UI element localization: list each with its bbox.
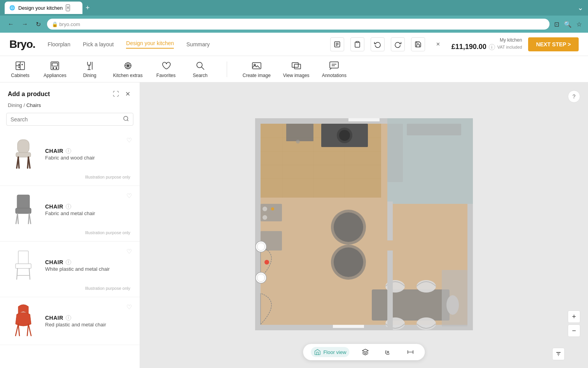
vat-label: VAT included bbox=[497, 45, 522, 49]
product-content-chair-2: CHAIR i Fabric and metal chair bbox=[8, 192, 132, 227]
product-item-chair-4[interactable]: ♡ bbox=[0, 297, 140, 345]
new-tab-button[interactable]: + bbox=[86, 4, 90, 12]
product-name-chair-1: CHAIR bbox=[45, 148, 63, 154]
svg-point-10 bbox=[22, 64, 23, 65]
svg-line-52 bbox=[27, 324, 28, 336]
toolbar-kitchen-extras-label: Kitchen extras bbox=[113, 73, 143, 78]
svg-line-22 bbox=[201, 67, 204, 70]
back-button[interactable]: ← bbox=[6, 19, 16, 29]
svg-rect-27 bbox=[330, 62, 338, 68]
svg-point-101 bbox=[387, 351, 389, 353]
toolbar-create-image[interactable]: Create image bbox=[243, 60, 271, 78]
nav-design-kitchen[interactable]: Design your kitchen bbox=[126, 40, 174, 49]
info-icon-chair-1[interactable]: i bbox=[66, 148, 71, 154]
favorite-button-chair-2[interactable]: ♡ bbox=[126, 192, 132, 200]
toolbar-favorites-label: Favorites bbox=[156, 73, 175, 78]
translate-icon[interactable]: ⊡ bbox=[554, 21, 559, 28]
filter-button[interactable] bbox=[552, 348, 565, 360]
nav-floorplan[interactable]: Floorplan bbox=[48, 41, 70, 47]
product-item-chair-3[interactable]: ♡ bbox=[0, 242, 140, 297]
product-content-chair-4: CHAIR i Red plastic and metal chair bbox=[8, 303, 132, 338]
save-button[interactable] bbox=[411, 37, 425, 51]
svg-point-81 bbox=[334, 247, 363, 277]
nav-pick-layout[interactable]: Pick a layout bbox=[83, 41, 114, 47]
forward-button[interactable]: → bbox=[20, 19, 30, 29]
toolbar-divider bbox=[227, 61, 227, 77]
redo-button[interactable] bbox=[391, 37, 405, 51]
svg-point-9 bbox=[19, 67, 19, 68]
close-sidebar-button[interactable]: ✕ bbox=[124, 89, 132, 99]
toolbar-view-images-label: View images bbox=[283, 73, 310, 78]
svg-rect-45 bbox=[16, 264, 31, 268]
favorite-button-chair-3[interactable]: ♡ bbox=[126, 248, 132, 255]
svg-point-30 bbox=[124, 116, 128, 121]
next-step-button[interactable]: NEXT STEP > bbox=[528, 37, 579, 51]
toolbar-view-images[interactable]: View images bbox=[283, 60, 310, 78]
info-icon-chair-4[interactable]: i bbox=[66, 315, 71, 321]
app-header: Bryo. Floorplan Pick a layout Design you… bbox=[0, 33, 588, 56]
address-bar: ← → ↻ 🔒 bryo.com ⊡ 🔍 ☆ bbox=[0, 16, 588, 33]
browser-expand-icon[interactable]: ⌄ bbox=[578, 4, 583, 12]
render-view-button[interactable] bbox=[382, 347, 395, 357]
svg-line-37 bbox=[28, 157, 28, 168]
product-item-chair-1[interactable]: ♡ bbox=[0, 130, 140, 186]
product-item-chair-2[interactable]: ♡ bbox=[0, 186, 140, 242]
svg-line-49 bbox=[16, 324, 18, 336]
search-input[interactable] bbox=[10, 116, 123, 123]
measure-button[interactable] bbox=[404, 347, 417, 357]
price-section: My kitchen £11,190.00 i VAT included bbox=[452, 37, 522, 51]
svg-rect-92 bbox=[387, 251, 393, 330]
product-image-chair-4 bbox=[8, 303, 39, 338]
favorite-button-chair-1[interactable]: ♡ bbox=[126, 137, 132, 144]
svg-rect-59 bbox=[348, 118, 380, 121]
toolbar-annotations-label: Annotations bbox=[322, 73, 346, 78]
bottom-toolbar: Floor view bbox=[303, 344, 425, 360]
svg-rect-39 bbox=[16, 208, 31, 214]
zoom-icon[interactable]: 🔍 bbox=[564, 21, 572, 28]
floor-view-button[interactable]: Floor view bbox=[311, 347, 349, 357]
toolbar-kitchen-extras[interactable]: Kitchen extras bbox=[113, 60, 143, 78]
zoom-in-button[interactable]: + bbox=[568, 310, 580, 323]
info-icon-chair-2[interactable]: i bbox=[66, 204, 71, 209]
toolbar-favorites[interactable]: Favorites bbox=[155, 60, 177, 78]
svg-point-72 bbox=[296, 140, 300, 144]
main-toolbar: Cabinets Appliances Dining Kitchen extra… bbox=[0, 56, 588, 82]
toolbar-dining[interactable]: Dining bbox=[79, 60, 101, 78]
svg-line-36 bbox=[18, 157, 19, 168]
expand-sidebar-button[interactable]: ⛶ bbox=[111, 89, 121, 99]
product-name-chair-2: CHAIR bbox=[45, 203, 63, 210]
svg-rect-44 bbox=[18, 251, 28, 265]
3d-view-button[interactable] bbox=[359, 347, 372, 357]
toolbar-appliances-label: Appliances bbox=[44, 73, 66, 78]
toolbar-search[interactable]: Search bbox=[189, 60, 211, 78]
breadcrumb-parent[interactable]: Dining bbox=[8, 102, 22, 108]
browser-tab[interactable]: 🌐 Design your kitchen × bbox=[5, 2, 82, 14]
help-button[interactable]: ? bbox=[568, 90, 580, 103]
toolbar-appliances[interactable]: Appliances bbox=[44, 60, 66, 78]
svg-point-98 bbox=[264, 260, 269, 265]
sidebar: Add a product ⛶ ✕ Dining / Chairs ♡ bbox=[0, 82, 140, 368]
favorite-button-chair-4[interactable]: ♡ bbox=[126, 303, 132, 311]
tab-close-button[interactable]: × bbox=[66, 4, 70, 11]
undo-button[interactable] bbox=[371, 37, 385, 51]
info-icon-chair-3[interactable]: i bbox=[66, 259, 71, 265]
search-button[interactable] bbox=[123, 116, 129, 123]
url-bar[interactable]: 🔒 bryo.com bbox=[47, 19, 550, 30]
clipboard-button[interactable] bbox=[350, 37, 364, 51]
canvas-area[interactable]: ? + − Floor view bbox=[140, 82, 588, 368]
refresh-button[interactable]: ↻ bbox=[34, 19, 42, 30]
svg-rect-12 bbox=[52, 63, 58, 66]
notes-button[interactable] bbox=[330, 37, 344, 51]
toolbar-annotations[interactable]: Annotations bbox=[322, 60, 346, 78]
svg-point-14 bbox=[56, 67, 57, 68]
product-name-row-chair-1: CHAIR i bbox=[45, 148, 132, 154]
vat-info-icon[interactable]: i bbox=[489, 44, 495, 50]
svg-point-76 bbox=[271, 207, 274, 210]
toolbar-cabinets[interactable]: Cabinets bbox=[9, 60, 31, 78]
close-button[interactable]: ✕ bbox=[431, 37, 445, 51]
nav-summary[interactable]: Summary bbox=[186, 41, 210, 47]
svg-rect-26 bbox=[294, 64, 301, 69]
filter-icon-button[interactable] bbox=[552, 348, 565, 360]
zoom-out-button[interactable]: − bbox=[568, 324, 580, 337]
bookmark-icon[interactable]: ☆ bbox=[576, 21, 582, 28]
